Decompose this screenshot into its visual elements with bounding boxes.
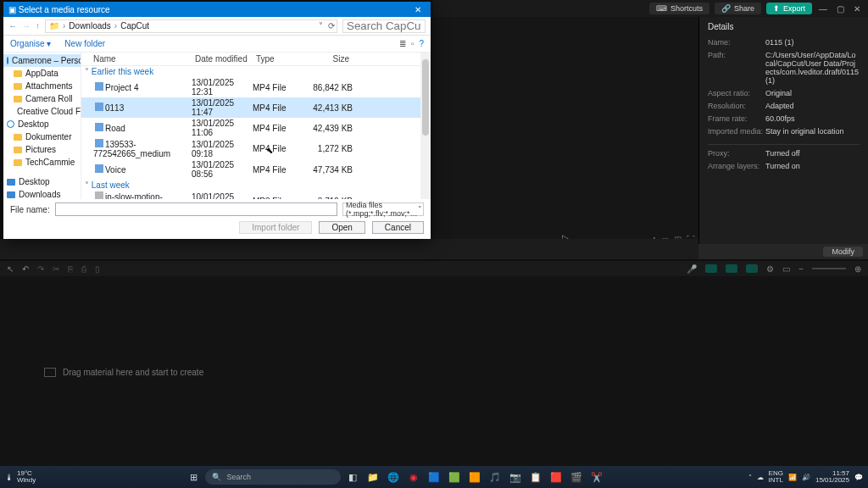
col-date[interactable]: Date modified (192, 54, 253, 64)
track-chip[interactable] (726, 264, 737, 273)
notifications-icon[interactable]: 💬 (854, 474, 863, 481)
minimize-icon[interactable]: — (817, 4, 829, 14)
app-icon[interactable]: 🎬 (568, 469, 585, 485)
refresh-icon[interactable]: ⟳ (328, 21, 335, 30)
nav-back-icon[interactable]: ← (8, 21, 17, 30)
maximize-icon[interactable]: ▢ (834, 4, 846, 14)
nav-up-icon[interactable]: ↑ (36, 21, 40, 30)
column-headers[interactable]: Name Date modified Type Size (81, 53, 431, 66)
scrollbar-thumb[interactable] (422, 59, 429, 136)
tray-icon[interactable]: ☁ (757, 474, 764, 481)
weather-icon[interactable]: 🌡 (5, 473, 14, 482)
app-icon[interactable]: 📋 (527, 469, 544, 485)
import-folder-button[interactable]: Import folder (239, 221, 312, 234)
app-icon[interactable]: 🟦 (426, 469, 442, 485)
shortcuts-button[interactable]: ⌨ Shortcuts (649, 3, 709, 14)
edge-icon[interactable]: 🌐 (385, 469, 402, 485)
open-button[interactable]: Open (319, 221, 364, 234)
tray-chevron-icon[interactable]: ˄ (748, 474, 752, 481)
redo-icon[interactable]: ↷ (37, 264, 44, 274)
taskbar-search[interactable]: 🔍 Search (205, 469, 341, 485)
mic-icon[interactable]: 🎤 (687, 264, 697, 274)
dialog-close-icon[interactable]: ✕ (410, 5, 426, 14)
track-chip[interactable] (705, 264, 717, 273)
sidebar-item-downloads2[interactable]: Downloads (3, 188, 81, 199)
sidebar-item-ccf[interactable]: Creative Cloud Files (3, 105, 81, 118)
sidebar-item-techcammie[interactable]: TechCammie (3, 156, 81, 169)
app-icon[interactable]: 🎵 (487, 469, 504, 485)
tray-lang[interactable]: ENG INTL (769, 470, 783, 484)
sidebar-item-desktop2[interactable]: Desktop (3, 175, 81, 188)
detail-value: C:/Users/User/AppData/Local/CapCut/User … (765, 51, 860, 85)
detail-key: Name: (708, 38, 765, 47)
sidebar-item-onedrive[interactable]: Camerone – Personal (3, 54, 81, 67)
cancel-button[interactable]: Cancel (372, 221, 424, 234)
scrollbar[interactable] (420, 53, 431, 199)
app-icon[interactable]: 📷 (507, 469, 524, 485)
timeline[interactable]: Drag material here and start to create (0, 276, 868, 466)
tool-icon[interactable]: − (798, 264, 804, 274)
close-icon[interactable]: ✕ (851, 4, 863, 14)
group-header[interactable]: Last week (81, 180, 431, 191)
app-icon[interactable]: 🟧 (466, 469, 483, 485)
filename-input[interactable] (55, 202, 337, 216)
tool-icon[interactable]: ⊕ (854, 264, 861, 274)
export-button[interactable]: ⬆ Export (766, 3, 812, 14)
share-button[interactable]: 🔗 Share (715, 3, 761, 14)
sidebar-label: Attachments (25, 81, 73, 91)
file-row[interactable]: Road13/01/2025 11:06MP4 File42,439 KB (81, 118, 431, 138)
modify-button[interactable]: Modify (823, 247, 863, 257)
sidebar-item-camroll[interactable]: Camera Roll (3, 92, 81, 105)
file-row[interactable]: in-slow-motion-inspiring-ambient-loung…1… (81, 191, 431, 199)
crumb[interactable]: CapCut (120, 21, 149, 30)
sidebar-item-attachments[interactable]: Attachments (3, 80, 81, 92)
breadcrumb[interactable]: 📁 › Downloads › CapCut ˅ ⟳ (45, 19, 337, 33)
cut-icon[interactable]: ✂ (53, 264, 59, 274)
view-icon[interactable]: ≣ (399, 39, 406, 48)
sidebar-item-appdata[interactable]: AppData (3, 67, 81, 80)
tool-icon[interactable]: ▯ (95, 264, 100, 274)
taskview-icon[interactable]: ◧ (344, 469, 361, 485)
file-row[interactable]: Voice13/01/2025 08:56MP4 File47,734 KB (81, 159, 431, 180)
crumb-dropdown-icon[interactable]: ˅ (319, 21, 323, 30)
file-row[interactable]: 011313/01/2025 11:47MP4 File42,413 KB (81, 97, 431, 118)
col-name[interactable]: Name (81, 54, 192, 64)
wifi-icon[interactable]: 📶 (788, 474, 797, 481)
dialog-search-input[interactable] (342, 19, 426, 33)
dialog-titlebar[interactable]: ▣ Select a media resource ✕ (3, 2, 431, 17)
app-icon[interactable]: 🟩 (446, 469, 463, 485)
col-type[interactable]: Type (253, 54, 302, 64)
sidebar-item-dokumenter[interactable]: Dokumenter (3, 130, 81, 143)
crumb[interactable]: Downloads (69, 21, 110, 30)
capcut-icon[interactable]: ✂️ (588, 469, 605, 485)
app-icon[interactable]: 🟥 (548, 469, 565, 485)
col-size[interactable]: Size (302, 54, 353, 64)
pointer-tool-icon[interactable]: ↖ (7, 264, 14, 274)
tool-icon[interactable]: ⚙ (766, 264, 774, 274)
filetype-select[interactable]: Media files (*.mpg;*.flv;*.mov;*…˅ (342, 202, 424, 216)
chrome-icon[interactable]: ◉ (405, 469, 422, 485)
zoom-slider[interactable] (812, 268, 846, 269)
tool-icon[interactable]: ⎘ (68, 264, 73, 274)
track-chip[interactable] (746, 264, 758, 273)
group-header[interactable]: Earlier this week (81, 66, 431, 77)
volume-icon[interactable]: 🔊 (802, 474, 810, 481)
file-row[interactable]: Project 413/01/2025 12:31MP4 File86,842 … (81, 77, 431, 97)
nav-forward-icon[interactable]: → (22, 21, 31, 30)
file-name: Voice (81, 164, 192, 175)
tool-icon[interactable]: ⎙ (81, 264, 86, 274)
undo-icon[interactable]: ↶ (22, 264, 29, 274)
sidebar-item-desktop[interactable]: Desktop (3, 118, 81, 130)
weather-widget[interactable]: 19°C Windy (17, 470, 36, 484)
explorer-icon[interactable]: 📁 (364, 469, 381, 485)
help-icon[interactable]: ? (419, 39, 424, 48)
file-row[interactable]: 139533-772542665_medium13/01/2025 09:18M… (81, 138, 431, 159)
tool-icon[interactable]: ▭ (782, 264, 790, 274)
sidebar-item-pictures[interactable]: Pictures (3, 143, 81, 156)
start-icon[interactable]: ⊞ (185, 469, 202, 485)
new-folder-button[interactable]: New folder (64, 39, 105, 48)
detail-key: Arrange layers: (708, 162, 765, 170)
clock[interactable]: 11:57 15/01/2025 (815, 470, 849, 484)
view-icon[interactable]: ▫ (411, 39, 415, 48)
organise-menu[interactable]: Organise ▾ (10, 39, 51, 48)
